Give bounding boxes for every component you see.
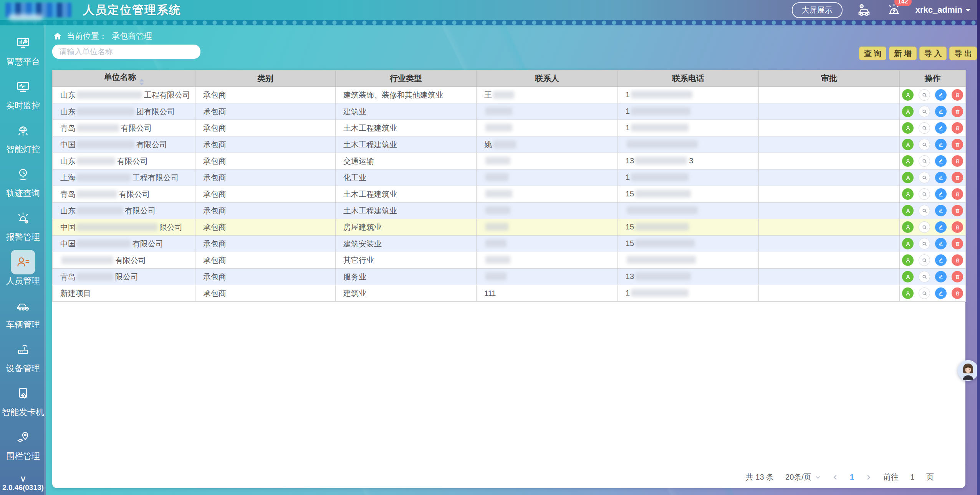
edit-action-button[interactable]	[935, 172, 947, 183]
sidebar-item-9[interactable]: 围栏管理	[0, 425, 46, 469]
company-logo	[5, 3, 71, 17]
delete-action-button[interactable]	[952, 287, 963, 299]
big-screen-button[interactable]: 大屏展示	[792, 2, 843, 18]
cell-contact	[477, 203, 618, 219]
view-action-button[interactable]	[919, 89, 930, 101]
view-action-button[interactable]	[919, 106, 930, 117]
delete-action-button[interactable]	[952, 188, 963, 200]
redacted-text	[485, 272, 507, 280]
cell-category: 承包商	[195, 252, 336, 269]
edit-action-button[interactable]	[935, 155, 947, 167]
view-action-button[interactable]	[919, 238, 930, 249]
personnel-action-button[interactable]	[902, 155, 914, 167]
view-action-button[interactable]	[919, 287, 930, 299]
personnel-action-button[interactable]	[902, 287, 914, 299]
column-title: 类别	[257, 74, 273, 83]
search-input[interactable]	[52, 45, 200, 59]
export-button[interactable]: 导 出	[949, 47, 977, 60]
cell-actions	[900, 103, 966, 120]
edit-action-button[interactable]	[935, 106, 947, 117]
delete-action-button[interactable]	[952, 221, 963, 233]
chevron-down-icon	[815, 475, 821, 480]
current-page[interactable]: 1	[850, 473, 854, 482]
sidebar-item-6[interactable]: 车辆管理	[0, 294, 46, 337]
personnel-action-button[interactable]	[902, 271, 914, 282]
edit-action-button[interactable]	[935, 287, 947, 299]
edit-action-button[interactable]	[935, 271, 947, 282]
import-button[interactable]: 导 入	[919, 47, 947, 60]
add-button[interactable]: 新 增	[889, 47, 917, 60]
cell-phone: 15	[618, 236, 759, 252]
sidebar-item-label: 轨迹查询	[6, 188, 40, 199]
sort-icon[interactable]	[139, 79, 144, 85]
view-action-button[interactable]	[919, 172, 930, 183]
vehicle-icon[interactable]	[856, 2, 872, 18]
delete-action-button[interactable]	[952, 205, 963, 216]
table-row: 山东工程有限公司承包商建筑装饰、装修和其他建筑业王1	[53, 87, 966, 103]
assistant-avatar[interactable]	[958, 360, 978, 381]
view-action-button[interactable]	[919, 188, 930, 200]
sidebar-item-3[interactable]: 轨迹查询	[0, 162, 46, 206]
view-action-button[interactable]	[919, 122, 930, 134]
delete-action-button[interactable]	[952, 89, 963, 101]
view-action-button[interactable]	[919, 254, 930, 266]
edit-action-button[interactable]	[935, 254, 947, 266]
personnel-action-button[interactable]	[902, 205, 914, 216]
delete-action-button[interactable]	[952, 271, 963, 282]
edit-action-button[interactable]	[935, 221, 947, 233]
scrollbar-strip[interactable]	[977, 0, 980, 495]
personnel-action-button[interactable]	[902, 221, 914, 233]
personnel-action-button[interactable]	[902, 106, 914, 117]
sidebar-item-7[interactable]: 设备管理	[0, 337, 46, 381]
sidebar-item-5[interactable]: 人员管理	[0, 250, 46, 294]
delete-action-button[interactable]	[952, 172, 963, 183]
edit-action-button[interactable]	[935, 238, 947, 249]
personnel-action-button[interactable]	[902, 172, 914, 183]
edit-action-button[interactable]	[935, 188, 947, 200]
cell-category: 承包商	[195, 87, 336, 103]
delete-action-button[interactable]	[952, 254, 963, 266]
cell-contact	[477, 219, 618, 236]
personnel-action-button[interactable]	[902, 254, 914, 266]
page-jump-input[interactable]	[904, 473, 921, 482]
page-size-select[interactable]: 20条/页	[785, 472, 821, 482]
sidebar-item-0[interactable]: 智慧平台	[0, 31, 46, 75]
view-action-button[interactable]	[919, 271, 930, 282]
cell-industry: 土木工程建筑业	[336, 203, 477, 219]
personnel-action-button[interactable]	[902, 188, 914, 200]
edit-action-button[interactable]	[935, 122, 947, 134]
cell-industry: 服务业	[336, 269, 477, 285]
view-action-button[interactable]	[919, 221, 930, 233]
page-jumper: 前往 页	[883, 472, 934, 482]
prev-page-button[interactable]	[832, 474, 838, 480]
column-header-1: 类别	[195, 70, 336, 87]
delete-action-button[interactable]	[952, 106, 963, 117]
sidebar-item-1[interactable]: 实时监控	[0, 75, 46, 118]
sidebar-item-4[interactable]: 报警管理	[0, 206, 46, 250]
delete-action-button[interactable]	[952, 122, 963, 134]
edit-icon	[938, 208, 944, 214]
view-action-button[interactable]	[919, 155, 930, 167]
personnel-action-button[interactable]	[902, 122, 914, 134]
personnel-action-button[interactable]	[902, 238, 914, 249]
next-page-button[interactable]	[866, 474, 872, 480]
view-action-button[interactable]	[919, 205, 930, 216]
sidebar-item-2[interactable]: 智能灯控	[0, 118, 46, 162]
personnel-action-button[interactable]	[902, 139, 914, 150]
delete-action-button[interactable]	[952, 139, 963, 150]
delete-action-button[interactable]	[952, 238, 963, 249]
redacted-text	[485, 190, 512, 198]
view-action-button[interactable]	[919, 139, 930, 150]
personnel-action-button[interactable]	[902, 89, 914, 101]
search-button[interactable]: 查 询	[859, 47, 887, 60]
user-menu[interactable]: xrkc_admin	[915, 5, 971, 15]
alarm-siren-icon[interactable]: 142	[886, 2, 902, 18]
delete-action-button[interactable]	[952, 155, 963, 167]
edit-action-button[interactable]	[935, 205, 947, 216]
phone-prefix: 13	[626, 272, 634, 281]
edit-action-button[interactable]	[935, 89, 947, 101]
edit-action-button[interactable]	[935, 139, 947, 150]
cell-approval	[759, 203, 900, 219]
redacted-text	[61, 256, 113, 264]
sidebar-item-8[interactable]: 智能发卡机	[0, 381, 46, 425]
